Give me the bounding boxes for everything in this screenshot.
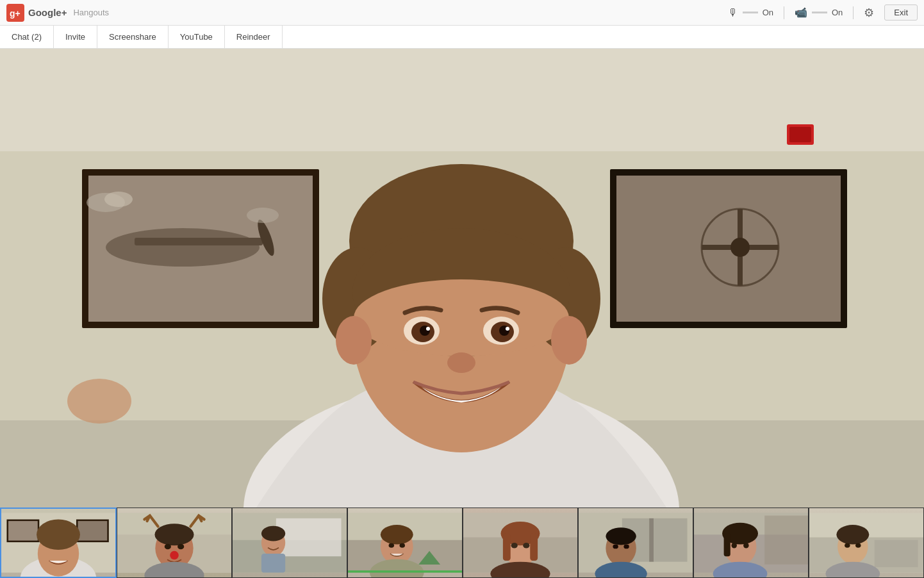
- svg-rect-8: [135, 238, 263, 245]
- svg-rect-3: [0, 49, 924, 151]
- svg-point-54: [165, 544, 171, 549]
- svg-point-86: [606, 527, 636, 545]
- top-bar: g+ Google+ Hangouts 🎙 On 📹 On ⚙ Exit: [0, 0, 924, 26]
- svg-point-70: [400, 543, 405, 548]
- svg-point-18: [730, 238, 750, 257]
- thumbnail-2-inner: [117, 508, 231, 577]
- thumb-4-svg: [348, 508, 462, 577]
- thumbnail-5[interactable]: [463, 508, 578, 578]
- nav-bar: Chat (2) Invite Screenshare YouTube Rein…: [0, 26, 924, 49]
- main-video-svg: [0, 49, 924, 508]
- thumb-7-svg: [694, 508, 808, 577]
- exit-button[interactable]: Exit: [884, 4, 918, 21]
- thumb-8-svg: [809, 508, 923, 577]
- tab-chat[interactable]: Chat (2): [0, 26, 54, 48]
- google-plus-logo: g+: [6, 4, 24, 22]
- mic-bar: [743, 12, 758, 13]
- thumbnail-7[interactable]: [693, 508, 809, 578]
- svg-point-55: [177, 544, 184, 549]
- thumb-3-svg: [233, 508, 347, 577]
- thumbnail-1[interactable]: [0, 508, 117, 578]
- svg-rect-20: [789, 127, 811, 142]
- thumb-5-svg: [463, 508, 577, 577]
- svg-point-62: [261, 526, 285, 541]
- thumbnail-3[interactable]: [232, 508, 347, 578]
- camera-control[interactable]: 📹 On: [795, 6, 843, 19]
- svg-rect-92: [764, 516, 808, 565]
- svg-point-87: [613, 545, 618, 549]
- thumbnail-3-inner: [233, 508, 347, 577]
- svg-rect-78: [530, 534, 538, 561]
- tab-reindeer[interactable]: Reindeer: [225, 26, 283, 48]
- mic-label: On: [763, 8, 773, 17]
- svg-rect-63: [261, 554, 285, 573]
- thumb-2-svg: [117, 508, 231, 577]
- svg-point-97: [743, 543, 748, 548]
- svg-point-29: [354, 279, 569, 356]
- svg-point-36: [426, 327, 430, 331]
- svg-point-53: [154, 524, 194, 545]
- logo-text: Google+: [28, 7, 67, 18]
- top-right-controls: 🎙 On 📹 On ⚙ Exit: [728, 4, 918, 21]
- svg-rect-101: [875, 540, 918, 567]
- svg-point-96: [731, 543, 736, 548]
- video-label: On: [832, 8, 843, 17]
- svg-point-7: [106, 228, 260, 267]
- svg-rect-44: [8, 521, 38, 541]
- svg-point-39: [336, 316, 372, 365]
- svg-point-79: [511, 543, 518, 548]
- thumbnail-4[interactable]: [347, 508, 463, 578]
- svg-point-49: [37, 520, 80, 550]
- thumbnail-6-inner: [579, 508, 693, 577]
- svg-point-68: [381, 525, 413, 545]
- svg-point-37: [506, 327, 509, 331]
- thumb-6-svg: [579, 508, 693, 577]
- camera-icon: 📹: [795, 6, 807, 19]
- thumbnail-6[interactable]: [578, 508, 693, 578]
- tab-youtube[interactable]: YouTube: [169, 26, 225, 48]
- hangouts-label: Hangouts: [73, 8, 109, 17]
- tab-screenshare[interactable]: Screenshare: [97, 26, 169, 48]
- svg-point-80: [523, 543, 529, 548]
- svg-rect-95: [724, 534, 730, 557]
- svg-rect-84: [649, 518, 654, 562]
- thumbnail-4-inner: [348, 508, 462, 577]
- thumbnail-1-inner: [1, 509, 115, 577]
- mic-icon: 🎙: [728, 7, 738, 19]
- thumbnail-7-inner: [694, 508, 808, 577]
- svg-rect-46: [78, 521, 108, 541]
- svg-point-103: [836, 525, 869, 545]
- svg-point-12: [247, 208, 279, 223]
- svg-rect-60: [276, 518, 342, 556]
- thumbnail-8[interactable]: [809, 508, 924, 578]
- video-bar: [812, 12, 827, 13]
- svg-point-41: [67, 379, 131, 424]
- divider-1: [784, 6, 784, 19]
- divider-2: [853, 6, 854, 19]
- svg-point-104: [845, 543, 850, 548]
- svg-point-105: [855, 543, 861, 548]
- logo-area: g+ Google+ Hangouts: [6, 4, 109, 22]
- tab-invite[interactable]: Invite: [54, 26, 97, 48]
- svg-point-11: [104, 192, 133, 207]
- svg-text:g+: g+: [10, 8, 21, 19]
- mic-control[interactable]: 🎙 On: [728, 7, 773, 19]
- svg-rect-72: [348, 570, 462, 572]
- settings-button[interactable]: ⚙: [864, 6, 874, 20]
- svg-point-56: [170, 551, 179, 560]
- main-video-area: [0, 49, 924, 508]
- thumbnail-8-inner: [809, 508, 923, 577]
- svg-point-40: [551, 316, 587, 365]
- svg-point-88: [623, 545, 629, 549]
- thumb-1-svg: [1, 509, 115, 577]
- svg-point-69: [389, 543, 394, 548]
- thumbnail-2[interactable]: [117, 508, 232, 578]
- thumbnail-5-inner: [463, 508, 577, 577]
- thumbnail-strip: [0, 508, 924, 578]
- svg-point-38: [447, 352, 475, 373]
- svg-rect-77: [503, 534, 511, 561]
